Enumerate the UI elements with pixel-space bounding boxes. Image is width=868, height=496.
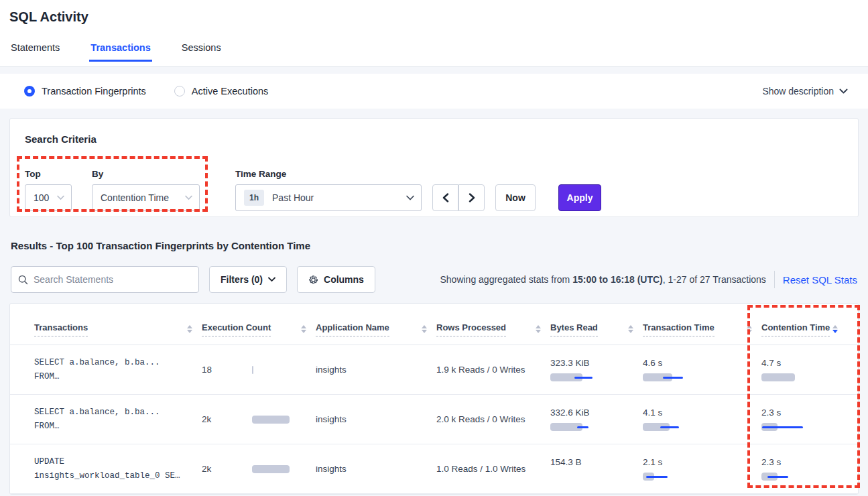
chevron-down-icon [406,195,414,200]
time-range-badge: 1h [244,190,264,206]
transaction-time-cell: 4.6 s [643,358,761,381]
contention-time-bar [761,473,806,481]
table-row[interactable]: SELECT a.balance, b.ba... FROM… 18 insig… [10,345,858,395]
transactions-table: Transactions Execution Count Application… [9,303,859,495]
transaction-time-bar [643,473,687,481]
execution-count-cell: 18 [202,365,316,375]
page-header: SQL Activity Statements Transactions Ses… [0,0,868,67]
column-header-bytes-read[interactable]: Bytes Read [550,322,643,336]
top-select[interactable]: 100 [25,184,72,211]
table-row[interactable]: UPDATE insights_workload_table_0 SE… 2k … [10,444,858,494]
tab-statements[interactable]: Statements [11,42,60,61]
bytes-read-cell: 323.3 KiB [550,358,643,381]
bytes-read-cell: 154.3 B [550,457,643,481]
transaction-time-cell: 4.1 s [643,408,761,431]
show-description-toggle[interactable]: Show description [762,86,848,97]
radio-label: Active Executions [192,86,268,97]
reset-sql-stats-link[interactable]: Reset SQL Stats [783,274,857,286]
time-range-label: Time Range [235,169,422,179]
transaction-fingerprint-link[interactable]: UPDATE insights_workload_table_0 SE… [34,455,202,483]
chevron-down-icon [839,88,848,95]
radio-label: Transaction Fingerprints [42,86,146,97]
sort-icon[interactable] [422,325,427,333]
contention-time-cell: 2.3 s [761,408,847,431]
time-next-button[interactable] [458,184,485,211]
view-toggle-strip: Transaction Fingerprints Active Executio… [0,74,868,109]
radio-selected-icon[interactable] [24,86,35,97]
rows-processed-cell: 1.0 Reads / 1.0 Writes [436,464,550,474]
filters-label: Filters (0) [221,274,263,285]
search-statements-input[interactable] [34,274,192,285]
time-range-select[interactable]: 1h Past Hour [235,184,422,211]
column-header-contention-time[interactable]: Contention Time [761,322,847,336]
time-range-field: Time Range 1h Past Hour [235,169,422,211]
show-description-label: Show description [762,86,834,97]
time-prev-button[interactable] [432,184,458,211]
sort-icon[interactable] [747,325,752,333]
results-controls: Filters (0) Columns Showing aggregated s… [11,266,859,293]
time-range-value: Past Hour [272,192,314,203]
radio-active-executions[interactable]: Active Executions [174,86,268,97]
table-row[interactable]: SELECT a.balance, b.ba... FROM… 2k insig… [10,395,858,444]
top-label: Top [25,169,72,179]
application-name-cell: insights [316,414,436,424]
chevron-down-icon [185,195,192,200]
top-field: Top 100 [25,169,72,211]
column-header-rows-processed[interactable]: Rows Processed [436,322,550,336]
sort-icon[interactable] [628,325,633,333]
contention-time-bar [761,423,806,431]
sort-icon[interactable] [187,325,192,333]
chevron-down-icon [57,195,64,200]
execution-count-cell: 2k [202,414,316,424]
page-title: SQL Activity [9,9,859,25]
apply-button[interactable]: Apply [558,184,601,211]
tab-transactions[interactable]: Transactions [90,42,150,61]
radio-transaction-fingerprints[interactable]: Transaction Fingerprints [24,86,146,97]
bytes-read-bar [550,423,595,431]
sort-icon[interactable] [536,325,541,333]
application-name-cell: insights [316,365,436,375]
contention-time-cell: 2.3 s [761,457,847,481]
columns-label: Columns [324,274,364,285]
divider [774,271,775,288]
top-select-value: 100 [34,192,49,203]
by-field: By Contention Time [92,169,200,211]
column-header-execution-count[interactable]: Execution Count [202,322,316,336]
table-header-row: Transactions Execution Count Application… [10,314,858,345]
transaction-fingerprint-link[interactable]: SELECT a.balance, b.ba... FROM… [34,356,202,384]
contention-time-cell: 4.7 s [761,358,847,381]
columns-button[interactable]: Columns [297,266,375,293]
tab-sessions[interactable]: Sessions [182,42,221,61]
column-header-transaction-time[interactable]: Transaction Time [643,322,761,336]
application-name-cell: insights [316,464,436,474]
sort-icon-active-desc[interactable] [832,325,838,333]
radio-unselected-icon[interactable] [174,86,185,97]
execution-count-cell: 2k [202,464,316,474]
chevron-down-icon [268,277,275,282]
execution-count-bar [252,366,296,374]
execution-count-bar [252,416,296,424]
search-criteria-card: Search Criteria Top 100 By Contention Ti… [9,118,859,217]
tab-bar: Statements Transactions Sessions [9,42,859,61]
filters-button[interactable]: Filters (0) [209,266,287,293]
search-criteria-heading: Search Criteria [25,133,843,145]
sort-icon[interactable] [301,325,306,333]
now-button[interactable]: Now [495,184,536,211]
time-nav-group [432,184,485,211]
contention-time-bar [761,373,806,381]
rows-processed-cell: 2.0 k Reads / 0 Writes [436,414,550,424]
results-heading: Results - Top 100 Transaction Fingerprin… [11,240,868,251]
search-statements-box[interactable] [11,266,199,293]
execution-count-bar [252,465,296,473]
bytes-read-bar [550,373,595,381]
column-header-transactions[interactable]: Transactions [34,322,202,336]
by-select[interactable]: Contention Time [92,184,200,211]
bytes-read-cell: 332.6 KiB [550,408,643,431]
column-header-application-name[interactable]: Application Name [316,322,436,336]
search-icon [18,275,28,285]
aggregated-stats-text: Showing aggregated stats from 15:00 to 1… [440,274,765,285]
transaction-time-bar [643,423,687,431]
rows-processed-cell: 1.9 k Reads / 0 Writes [436,365,550,375]
by-label: By [92,169,200,179]
transaction-fingerprint-link[interactable]: SELECT a.balance, b.ba... FROM… [34,406,202,434]
